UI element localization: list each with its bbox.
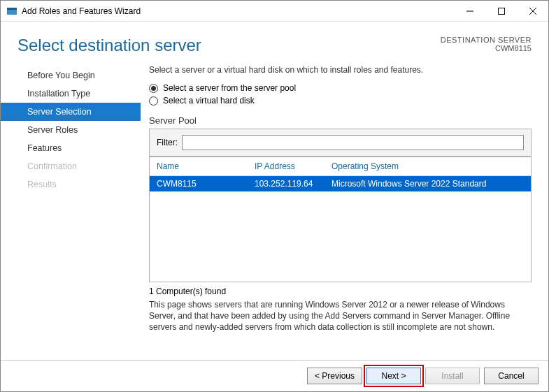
titlebar: Add Roles and Features Wizard <box>1 1 548 22</box>
server-list: Name IP Address Operating System CWM8115… <box>149 157 532 282</box>
step-server-selection[interactable]: Server Selection <box>1 103 141 121</box>
destination-value: CWM8115 <box>441 44 532 52</box>
filter-box: Filter: <box>149 129 532 157</box>
radio-vhd[interactable]: Select a virtual hard disk <box>149 96 532 106</box>
maximize-button[interactable] <box>485 1 517 21</box>
page-title: Select destination server <box>17 36 441 55</box>
body: Before You Begin Installation Type Serve… <box>1 62 548 360</box>
wizard-window: Add Roles and Features Wizard Select des… <box>0 0 549 392</box>
col-name[interactable]: Name <box>157 161 255 171</box>
step-before-you-begin[interactable]: Before You Begin <box>1 66 141 85</box>
step-installation-type[interactable]: Installation Type <box>1 85 141 103</box>
window-title: Add Roles and Features Wizard <box>22 6 454 16</box>
close-button[interactable] <box>517 1 548 21</box>
next-button[interactable]: Next > <box>366 368 421 384</box>
svg-rect-3 <box>498 8 504 14</box>
main-panel: Select a server or a virtual hard disk o… <box>141 62 540 360</box>
col-ip[interactable]: IP Address <box>255 161 331 171</box>
description-text: This page shows servers that are running… <box>149 299 532 333</box>
radio-label: Select a virtual hard disk <box>163 96 255 106</box>
radio-icon <box>149 84 158 93</box>
sidebar: Before You Begin Installation Type Serve… <box>1 62 141 360</box>
step-features[interactable]: Features <box>1 139 141 157</box>
minimize-button[interactable] <box>454 1 485 21</box>
radio-icon <box>149 96 158 106</box>
server-row[interactable]: CWM8115 103.252.119.64 Microsoft Windows… <box>150 176 531 191</box>
filter-input[interactable] <box>182 135 524 150</box>
step-confirmation: Confirmation <box>1 157 141 175</box>
button-bar: < Previous Next > Install Cancel <box>1 360 548 391</box>
cancel-button[interactable]: Cancel <box>484 368 539 384</box>
destination-label: DESTINATION SERVER <box>441 36 532 44</box>
step-server-roles[interactable]: Server Roles <box>1 121 141 139</box>
intro-text: Select a server or a virtual hard disk o… <box>149 65 532 75</box>
install-button: Install <box>425 368 480 384</box>
cell-ip: 103.252.119.64 <box>255 179 331 189</box>
svg-rect-1 <box>7 8 17 10</box>
col-os[interactable]: Operating System <box>331 161 524 171</box>
cell-name: CWM8115 <box>157 179 255 189</box>
computer-count: 1 Computer(s) found <box>149 286 532 296</box>
filter-label: Filter: <box>157 138 178 147</box>
step-results: Results <box>1 175 141 194</box>
radio-label: Select a server from the server pool <box>163 83 296 93</box>
list-header: Name IP Address Operating System <box>150 157 531 176</box>
window-controls <box>454 1 548 21</box>
radio-server-pool[interactable]: Select a server from the server pool <box>149 83 532 93</box>
app-icon <box>6 6 17 17</box>
cell-os: Microsoft Windows Server 2022 Standard <box>331 179 524 189</box>
previous-button[interactable]: < Previous <box>307 368 362 384</box>
server-pool-label: Server Pool <box>149 115 532 126</box>
header: Select destination server DESTINATION SE… <box>1 22 548 62</box>
destination-box: DESTINATION SERVER CWM8115 <box>441 36 532 52</box>
